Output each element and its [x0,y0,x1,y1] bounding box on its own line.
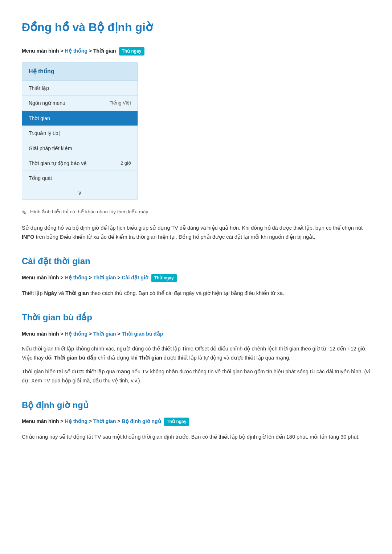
section-2-body1: Nếu thời gian thiết lập không chính xác,… [22,344,370,362]
section-3-body: Chức năng này sẽ tự động tắt TV sau một … [22,432,370,442]
section-bo-dinh-gio-ngu: Bộ định giờ ngủ Menu màn hình > Hệ thống… [22,398,370,442]
intro-text: Sử dụng đồng hồ và bộ định giờ để lập lị… [22,223,370,241]
bold-thoi-gian: Thời gian [65,290,89,296]
menu-item-label: Tổng quát [29,174,52,182]
menu-item-label: Thời gian [29,114,50,122]
breadcrumb-section-1: Menu màn hình > Hệ thống > Thời gian > C… [22,274,370,282]
section-thoi-gian-bu-dap: Thời gian bù đắp Menu màn hình > Hệ thốn… [22,311,370,385]
section-1-body: Thiết lập Ngày và Thời gian theo cách th… [22,289,370,298]
bold-thoi-gian-2: Thời gian [139,355,162,361]
menu-panel-header: Hệ thống [22,62,138,81]
bc-he-thong[interactable]: Hệ thống [65,418,87,424]
bc-sep: > [61,418,65,424]
bc-cai-dat-gio[interactable]: Cài đặt giờ [122,275,148,280]
bc-prefix: Menu màn hình [22,275,59,280]
menu-item-value: Tiếng Việt [110,99,131,107]
try-now-badge-1[interactable]: Thử ngay [151,274,177,282]
bc-bu-dap[interactable]: Thời gian bù đắp [122,331,163,337]
bc-thoi-gian[interactable]: Thời gian [93,418,116,424]
note-text: Hình ảnh hiển thị có thể khác nhau tùy t… [30,208,149,216]
menu-item-tr-quan-ly[interactable]: Tr.quản lý t.bị [22,126,138,141]
menu-item-label: Tr.quản lý t.bị [29,129,60,137]
menu-item-label: Giải pháp tiết kiệm [29,144,72,152]
menu-item-label: Thiết lập [29,84,49,92]
pencil-icon: ✎ [22,208,26,218]
menu-item-label: Ngôn ngữ menu [29,99,65,107]
bc-thoi-gian[interactable]: Thời gian [93,331,116,337]
try-now-badge-main[interactable]: Thử ngay [119,47,144,56]
breadcrumb-sep1: > [61,48,65,54]
breadcrumb-section-2: Menu màn hình > Hệ thống > Thời gian > T… [22,330,370,338]
bc-he-thong[interactable]: Hệ thống [65,275,87,280]
menu-item-thoi-gian[interactable]: Thời gian [22,111,138,126]
bc-thoi-gian[interactable]: Thời gian [93,275,116,280]
bc-sep: > [61,275,65,280]
bc-sep: > [89,275,93,280]
bc-bo-dinh-gio[interactable]: Bộ định giờ ngủ [122,418,161,424]
try-now-badge-3[interactable]: Thử ngay [164,418,189,426]
menu-item-label: Thời gian tự động bảo vệ [29,159,87,167]
bc-sep: > [118,275,122,280]
menu-footer-chevron: ∨ [22,186,138,200]
breadcrumb-sep2: > [89,48,93,54]
bc-prefix: Menu màn hình [22,418,59,424]
menu-item-thiet-lap[interactable]: Thiết lập [22,81,138,96]
section-2-body2: Thời gian hiện tại sẽ được thiết lập qua… [22,367,370,385]
bc-prefix: Menu màn hình [22,331,59,337]
menu-item-ngon-ngu[interactable]: Ngôn ngữ menu Tiếng Việt [22,96,138,111]
page-title: Đồng hồ và Bộ định giờ [22,18,370,37]
bc-sep: > [118,418,122,424]
menu-item-thoi-gian-bao-ve[interactable]: Thời gian tự động bảo vệ 2 giờ [22,156,138,171]
bold-thoi-gian-bu-dap: Thời gian bù đắp [54,355,97,361]
section-title-3: Bộ định giờ ngủ [22,398,370,412]
bc-sep: > [89,418,93,424]
breadcrumb-main: Menu màn hình > Hệ thống > Thời gian Thử… [22,47,370,56]
menu-item-giai-phap[interactable]: Giải pháp tiết kiệm [22,141,138,156]
breadcrumb-he-thong[interactable]: Hệ thống [65,48,87,54]
bc-sep: > [118,331,122,337]
breadcrumb-section-3: Menu màn hình > Hệ thống > Thời gian > B… [22,417,370,426]
note-row: ✎ Hình ảnh hiển thị có thể khác nhau tùy… [22,208,370,218]
menu-item-value: 2 giờ [121,160,131,167]
bc-he-thong[interactable]: Hệ thống [65,331,87,337]
section-cai-dat-thoi-gian: Cài đặt thời gian Menu màn hình > Hệ thố… [22,254,370,297]
bc-sep: > [89,331,93,337]
section-title-1: Cài đặt thời gian [22,254,370,268]
section-title-2: Thời gian bù đắp [22,311,370,324]
bc-sep: > [61,331,65,337]
bold-ngay: Ngày [44,290,57,296]
menu-item-tong-quat[interactable]: Tổng quát [22,171,138,186]
breadcrumb-thoi-gian: Thời gian [93,48,116,54]
breadcrumb-prefix: Menu màn hình [22,48,59,54]
info-bold: INFO [22,234,34,240]
menu-panel: Hệ thống Thiết lập Ngôn ngữ menu Tiếng V… [22,62,138,200]
